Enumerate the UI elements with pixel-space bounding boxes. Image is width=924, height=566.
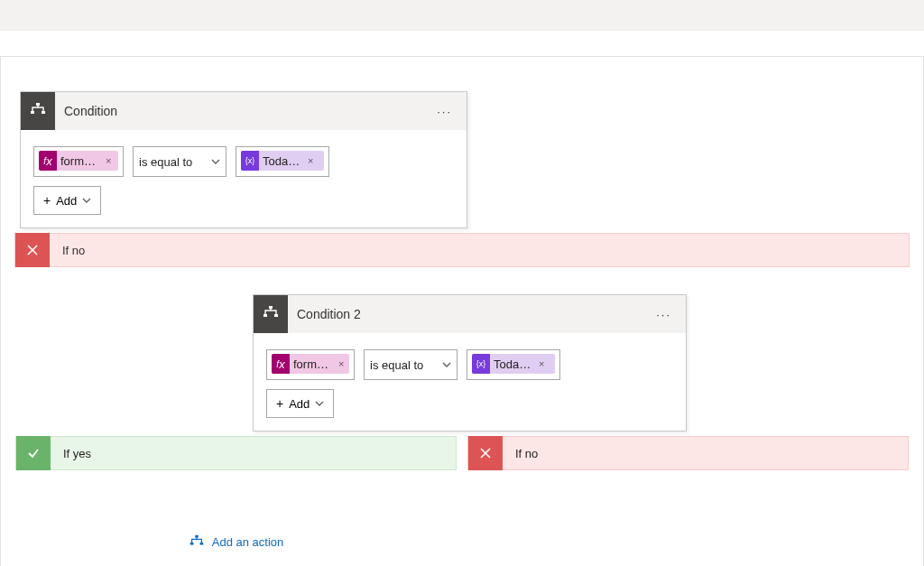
close-icon: [468, 436, 503, 470]
branch-yes-body: Add an action: [15, 470, 457, 555]
add-condition-button[interactable]: + Add: [266, 389, 334, 418]
branch-no-body: [467, 470, 909, 555]
expression-pill-fx[interactable]: fx formatD… ×: [39, 151, 118, 171]
fx-icon: fx: [272, 354, 290, 374]
svg-rect-6: [195, 535, 199, 538]
svg-rect-3: [269, 306, 273, 309]
condition-title: Condition 2: [297, 307, 642, 321]
svg-rect-1: [31, 111, 34, 114]
more-icon[interactable]: ···: [651, 304, 677, 325]
add-label: Add: [56, 194, 77, 208]
operator-label: is equal to: [139, 155, 192, 169]
spacer: [15, 267, 909, 294]
condition-body: fx formatD… × is equal to {x} Todays d…: [21, 130, 467, 227]
check-icon: [16, 436, 51, 470]
add-action-label: Add an action: [212, 535, 284, 549]
condition-icon: [21, 92, 55, 130]
condition-card-1: Condition ··· fx formatD… × is equal to: [20, 91, 467, 228]
add-label: Add: [289, 397, 310, 411]
remove-icon[interactable]: ×: [106, 155, 111, 166]
add-condition-button[interactable]: + Add: [33, 186, 101, 215]
condition-card-2: Condition 2 ··· fx formatD… × is equal t…: [253, 294, 687, 431]
remove-icon[interactable]: ×: [308, 155, 313, 166]
branch-header-no[interactable]: If no: [14, 233, 910, 267]
branch-label: If no: [503, 447, 538, 460]
pill-label: Todays d…: [263, 154, 304, 168]
condition-icon: [254, 295, 288, 333]
chevron-down-icon: [315, 399, 324, 408]
variable-pill[interactable]: {x} Todays d… ×: [472, 354, 555, 374]
plus-icon: +: [43, 193, 51, 208]
branch-yes: If yes Add an action: [15, 436, 457, 555]
svg-rect-8: [199, 543, 203, 545]
more-icon[interactable]: ···: [431, 101, 457, 122]
branch-header-no[interactable]: If no: [467, 436, 909, 470]
chevron-down-icon: [442, 360, 451, 369]
svg-rect-5: [274, 314, 278, 317]
svg-rect-2: [42, 111, 45, 114]
pill-label: Todays d…: [494, 357, 535, 371]
top-toolbar: [0, 0, 924, 31]
expression-row: fx formatD… × is equal to {x} Todays d…: [266, 349, 673, 380]
operator-select[interactable]: is equal to: [364, 349, 457, 380]
branch-icon: [29, 102, 47, 120]
pill-label: formatD…: [293, 357, 335, 371]
remove-icon[interactable]: ×: [539, 358, 544, 369]
operand-right[interactable]: {x} Todays d… ×: [236, 146, 329, 177]
chevron-down-icon: [82, 196, 91, 205]
operand-right[interactable]: {x} Todays d… ×: [467, 349, 560, 380]
condition-body: fx formatD… × is equal to {x} Todays d…: [254, 333, 686, 431]
branch-no: If no: [467, 436, 909, 555]
operator-label: is equal to: [370, 358, 423, 372]
svg-rect-0: [36, 103, 40, 106]
branch-label: If no: [50, 244, 85, 257]
remove-icon[interactable]: ×: [338, 358, 344, 369]
operand-left[interactable]: fx formatD… ×: [266, 349, 355, 380]
plus-icon: +: [276, 396, 283, 411]
pill-label: formatD…: [60, 154, 102, 168]
flow-canvas: Condition ··· fx formatD… × is equal to: [0, 57, 924, 566]
condition-title: Condition: [64, 104, 422, 118]
add-action-button[interactable]: Add an action: [189, 534, 284, 550]
close-icon: [15, 233, 50, 267]
expression-pill-fx[interactable]: fx formatD… ×: [272, 354, 349, 374]
svg-rect-7: [190, 543, 194, 545]
branch-columns: If yes Add an action I: [15, 436, 909, 555]
condition-header[interactable]: Condition 2 ···: [254, 295, 686, 333]
branch-header-yes[interactable]: If yes: [15, 436, 457, 470]
variable-pill[interactable]: {x} Todays d… ×: [241, 151, 324, 171]
svg-rect-4: [263, 314, 267, 317]
chevron-down-icon: [211, 157, 220, 166]
variable-icon: {x}: [472, 354, 490, 374]
condition-header[interactable]: Condition ···: [21, 92, 467, 130]
fx-icon: fx: [39, 151, 57, 171]
branch-icon: [262, 305, 280, 323]
variable-icon: {x}: [241, 151, 259, 171]
operand-left[interactable]: fx formatD… ×: [33, 146, 124, 177]
add-action-icon: [189, 534, 205, 550]
operator-select[interactable]: is equal to: [133, 146, 226, 177]
branch-label: If yes: [51, 447, 91, 460]
expression-row: fx formatD… × is equal to {x} Todays d…: [33, 146, 454, 177]
